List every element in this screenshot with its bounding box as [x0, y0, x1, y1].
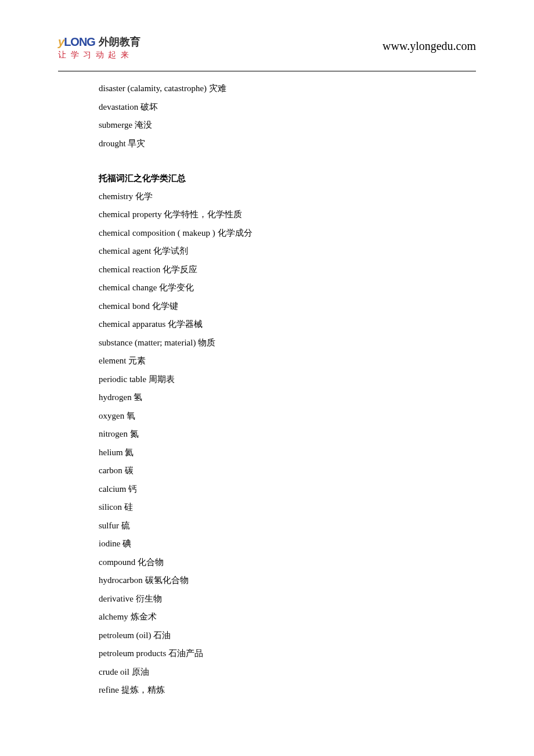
vocab-line: derivative 衍生物 [99, 590, 476, 609]
logo-tagline: 让 学 习 动 起 来 [58, 50, 130, 60]
page-header: yLONG 外朗教育 让 学 习 动 起 来 www.ylongedu.com [0, 35, 534, 60]
intro-list: disaster (calamity, catastrophe) 灾难devas… [99, 80, 476, 153]
vocab-line: hydrogen 氢 [99, 388, 476, 407]
vocab-line: carbon 碳 [99, 462, 476, 480]
vocab-line: substance (matter; material) 物质 [99, 334, 476, 352]
logo-top-row: yLONG 外朗教育 [58, 35, 140, 49]
vocab-line: sulfur 硫 [99, 517, 476, 535]
vocab-line: element 元素 [99, 352, 476, 370]
vocab-line: silicon 硅 [99, 498, 476, 517]
logo-letter-y: y [58, 35, 64, 48]
vocab-line: disaster (calamity, catastrophe) 灾难 [99, 80, 476, 98]
site-url: www.ylongedu.com [383, 39, 476, 53]
logo-chinese: 外朗教育 [99, 35, 140, 49]
vocab-line: refine 提炼，精炼 [99, 681, 476, 700]
section-heading: 托福词汇之化学类汇总 [99, 169, 476, 188]
vocab-line: chemical change 化学变化 [99, 279, 476, 297]
vocab-line: petroleum (oil) 石油 [99, 627, 476, 645]
vocab-line: chemical reaction 化学反应 [99, 261, 476, 279]
vocab-line: chemistry 化学 [99, 188, 476, 206]
vocab-line: chemical bond 化学键 [99, 297, 476, 316]
vocab-line: calcium 钙 [99, 480, 476, 499]
vocab-list: chemistry 化学chemical property 化学特性，化学性质c… [99, 188, 476, 700]
vocab-line: alchemy 炼金术 [99, 608, 476, 627]
vocab-line: devastation 破坏 [99, 98, 476, 117]
vocab-line: compound 化合物 [99, 553, 476, 572]
vocab-line: oxygen 氧 [99, 407, 476, 426]
vocab-line: petroleum products 石油产品 [99, 645, 476, 663]
vocab-line: crude oil 原油 [99, 663, 476, 682]
logo-wordmark: yLONG [58, 35, 95, 49]
vocab-line: iodine 碘 [99, 535, 476, 553]
vocab-line: chemical property 化学特性，化学性质 [99, 206, 476, 224]
vocab-line: hydrocarbon 碳氢化合物 [99, 571, 476, 590]
vocab-line: drought 旱灾 [99, 135, 476, 153]
vocab-line: submerge 淹没 [99, 116, 476, 135]
vocab-line: helium 氦 [99, 444, 476, 462]
vocab-line: chemical agent 化学试剂 [99, 242, 476, 261]
vocab-line: chemical composition ( makeup ) 化学成分 [99, 224, 476, 243]
document-body: disaster (calamity, catastrophe) 灾难devas… [0, 80, 534, 700]
brand-logo: yLONG 外朗教育 让 学 习 动 起 来 [58, 35, 140, 60]
vocab-line: chemical apparatus 化学器械 [99, 315, 476, 334]
logo-letter-long: LONG [64, 35, 95, 48]
vocab-line: nitrogen 氮 [99, 425, 476, 444]
document-page: yLONG 外朗教育 让 学 习 动 起 来 www.ylongedu.com … [0, 0, 534, 723]
vocab-line: periodic table 周期表 [99, 370, 476, 389]
header-divider [58, 71, 476, 71]
